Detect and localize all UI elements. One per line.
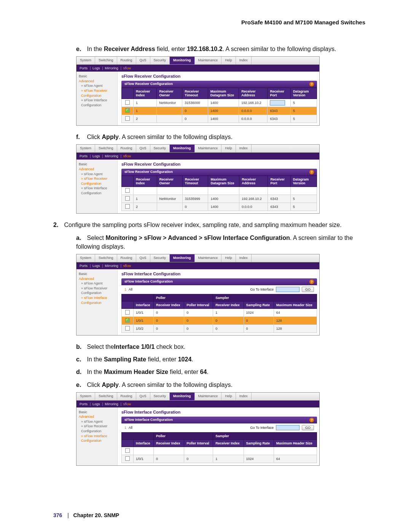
sidebar-sflow-receiver-cfg[interactable]: » sFlow Receiver Configuration: [79, 176, 115, 186]
go-button[interactable]: GO: [302, 425, 314, 430]
goto-interface-input[interactable]: [276, 287, 299, 292]
sidebar-sflow-agent[interactable]: » sFlow Agent: [79, 281, 115, 286]
row-checkbox[interactable]: [125, 318, 130, 323]
sidebar-sflow-interface-cfg[interactable]: » sFlow Interface Configuration: [79, 296, 115, 305]
tab-routing[interactable]: Routing: [117, 145, 136, 152]
row-checkbox[interactable]: [125, 196, 130, 201]
subnav-logs[interactable]: Logs: [92, 154, 100, 158]
subnav-logs[interactable]: Logs: [92, 402, 100, 406]
tab-switching[interactable]: Switching: [95, 254, 117, 262]
filter-all-label[interactable]: All: [129, 426, 132, 430]
row-checkbox[interactable]: [125, 326, 130, 331]
tab-switching[interactable]: Switching: [95, 145, 117, 152]
tab-maintenance[interactable]: Maintenance: [195, 254, 222, 262]
tab-system[interactable]: System: [76, 393, 95, 400]
tab-switching[interactable]: Switching: [95, 57, 117, 64]
help-icon[interactable]: ?: [309, 170, 314, 174]
table-row[interactable]: 1 0 1400 0.0.0.0 6343 5: [122, 107, 317, 115]
help-icon[interactable]: ?: [309, 82, 314, 86]
subnav-ports[interactable]: Ports: [80, 264, 88, 268]
sidebar-sflow-interface-cfg[interactable]: » sFlow Interface Configuration: [79, 434, 115, 443]
row-checkbox[interactable]: [125, 310, 130, 315]
tab-security[interactable]: Security: [150, 145, 170, 152]
tab-monitoring[interactable]: Monitoring: [170, 393, 195, 400]
tab-monitoring[interactable]: Monitoring: [170, 57, 195, 64]
sidebar-basic[interactable]: Basic: [79, 162, 115, 167]
tab-monitoring[interactable]: Monitoring: [170, 254, 195, 262]
subnav-mirroring[interactable]: Mirroring: [105, 264, 118, 268]
tab-system[interactable]: System: [76, 57, 95, 64]
subnav-sflow[interactable]: sflow: [123, 66, 131, 70]
subnav-logs[interactable]: Logs: [92, 264, 100, 268]
tab-security[interactable]: Security: [150, 393, 170, 400]
subnav-sflow[interactable]: sflow: [123, 402, 131, 406]
tab-help[interactable]: Help: [221, 254, 236, 262]
row-checkbox[interactable]: [125, 100, 130, 105]
tab-index[interactable]: Index: [236, 145, 252, 152]
help-icon[interactable]: ?: [309, 280, 314, 284]
tab-maintenance[interactable]: Maintenance: [195, 57, 222, 64]
tab-index[interactable]: Index: [236, 254, 252, 262]
subnav-sflow[interactable]: sflow: [123, 264, 131, 268]
sidebar-sflow-agent[interactable]: » sFlow Agent: [79, 83, 115, 88]
tab-routing[interactable]: Routing: [117, 393, 136, 400]
tab-index[interactable]: Index: [236, 57, 252, 64]
tab-maintenance[interactable]: Maintenance: [195, 145, 222, 152]
receiver-port-input[interactable]: [270, 100, 285, 105]
sidebar-sflow-interface-cfg[interactable]: » sFlow Interface Configuration: [79, 98, 115, 107]
row-checkbox[interactable]: [125, 456, 130, 461]
sidebar-advanced[interactable]: Advanced: [79, 276, 115, 281]
tab-system[interactable]: System: [76, 254, 95, 262]
sidebar-basic[interactable]: Basic: [79, 74, 115, 79]
tab-security[interactable]: Security: [150, 254, 170, 262]
tab-monitoring[interactable]: Monitoring: [170, 145, 195, 152]
sidebar-sflow-receiver-cfg[interactable]: » sFlow Receiver Configuration: [79, 88, 115, 98]
subnav-ports[interactable]: Ports: [80, 66, 88, 70]
tab-qos[interactable]: QoS: [136, 145, 150, 152]
sidebar-sflow-interface-cfg[interactable]: » sFlow Interface Configuration: [79, 186, 115, 195]
sidebar-basic[interactable]: Basic: [79, 272, 115, 276]
filter-all-label[interactable]: All: [129, 288, 132, 291]
sidebar-advanced[interactable]: Advanced: [79, 79, 115, 84]
table-row[interactable]: 2 0 1400 0.0.0.0 6343 5: [122, 115, 317, 123]
row-checkbox[interactable]: [125, 188, 130, 193]
sidebar-sflow-receiver-cfg[interactable]: » sFlow Receiver Configuration: [79, 286, 115, 296]
table-row[interactable]: 1/0/1 0 0 1 1024 64: [122, 455, 317, 463]
subnav-sflow[interactable]: sflow: [123, 154, 131, 158]
row-checkbox[interactable]: [125, 204, 130, 209]
subnav-mirroring[interactable]: Mirroring: [105, 154, 118, 158]
tab-help[interactable]: Help: [221, 57, 236, 64]
sidebar-sflow-agent[interactable]: » sFlow Agent: [79, 419, 115, 424]
help-icon[interactable]: ?: [309, 418, 314, 422]
row-checkbox[interactable]: [125, 448, 130, 453]
subnav-mirroring[interactable]: Mirroring: [105, 402, 118, 406]
table-row[interactable]: 1/0/1 0 0 0 0 128: [122, 316, 317, 324]
tab-qos[interactable]: QoS: [136, 393, 150, 400]
sidebar-advanced[interactable]: Advanced: [79, 414, 115, 419]
tab-help[interactable]: Help: [221, 145, 236, 152]
sidebar-advanced[interactable]: Advanced: [79, 167, 115, 172]
tab-qos[interactable]: QoS: [136, 254, 150, 262]
tab-routing[interactable]: Routing: [117, 254, 136, 262]
table-row[interactable]: 2 0 1400 0.0.0.0 6343 5: [122, 203, 317, 211]
goto-interface-input[interactable]: [276, 425, 299, 430]
table-row[interactable]: 1/0/2 0 0 0 0 128: [122, 324, 317, 332]
sidebar-sflow-agent[interactable]: » sFlow Agent: [79, 172, 115, 177]
sidebar-basic[interactable]: Basic: [79, 410, 115, 415]
tab-help[interactable]: Help: [221, 393, 236, 400]
tab-switching[interactable]: Switching: [95, 393, 117, 400]
row-checkbox[interactable]: [125, 116, 130, 121]
subnav-logs[interactable]: Logs: [92, 66, 100, 70]
tab-qos[interactable]: QoS: [136, 57, 150, 64]
tab-maintenance[interactable]: Maintenance: [195, 393, 222, 400]
tab-security[interactable]: Security: [150, 57, 170, 64]
tab-index[interactable]: Index: [236, 393, 252, 400]
subnav-ports[interactable]: Ports: [80, 154, 88, 158]
go-button[interactable]: GO: [302, 287, 314, 292]
sidebar-sflow-receiver-cfg[interactable]: » sFlow Receiver Configuration: [79, 424, 115, 433]
subnav-mirroring[interactable]: Mirroring: [105, 66, 118, 70]
table-row[interactable]: 1/0/1 0 0 1 1024 64: [122, 308, 317, 316]
subnav-ports[interactable]: Ports: [80, 402, 88, 406]
tab-routing[interactable]: Routing: [117, 57, 136, 64]
tab-system[interactable]: System: [76, 145, 95, 152]
